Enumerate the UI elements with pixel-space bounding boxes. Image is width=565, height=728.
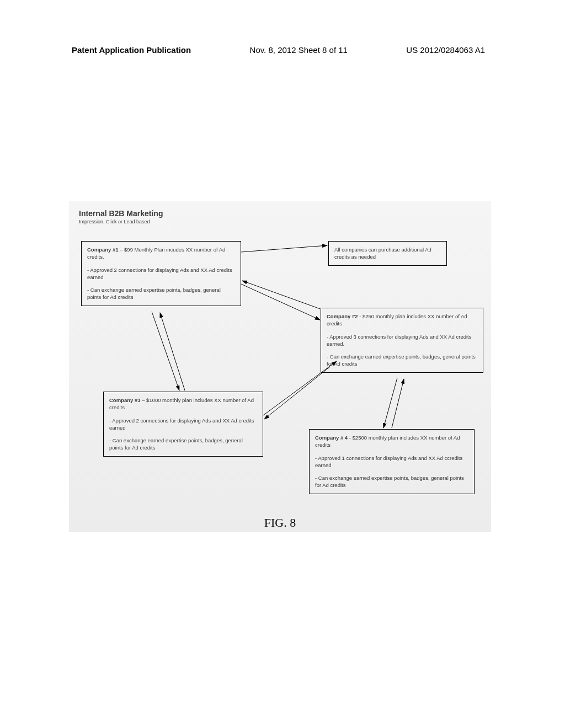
diagram-title: Internal B2B Marketing (79, 209, 163, 218)
company-3-bullet-1: - Approved 2 connections for displaying … (109, 417, 257, 432)
svg-line-1 (241, 245, 327, 252)
svg-line-3 (242, 281, 320, 309)
company-1-bullet-2: - Can exchange earned expertise points, … (87, 286, 235, 301)
svg-line-7 (264, 367, 330, 419)
publication-type: Patent Application Publication (72, 45, 191, 55)
top-note-box: All companies can purchase additional Ad… (328, 241, 447, 266)
company-3-box: Company #3 – $1000 monthly plan includes… (103, 392, 263, 457)
publication-number: US 2012/0284063 A1 (406, 45, 485, 55)
figure-caption: FIG. 8 (69, 516, 491, 530)
date-sheet: Nov. 8, 2012 Sheet 8 of 11 (250, 45, 348, 55)
company-4-label: Company # 4 (315, 435, 348, 441)
page-header: Patent Application Publication Nov. 8, 2… (0, 45, 565, 55)
diagram-subtitle: Impression, Click or Lead based (79, 219, 150, 224)
svg-line-5 (160, 313, 185, 390)
diagram-figure: Internal B2B Marketing Impression, Click… (69, 201, 491, 532)
svg-line-8 (383, 378, 397, 428)
company-1-box: Company #1 – $99 Monthly Plan incudes XX… (81, 241, 241, 306)
company-2-bullet-1: - Approved 3 connections for displaying … (327, 333, 477, 348)
company-1-bullet-1: - Approved 2 connections for displaying … (87, 266, 235, 281)
company-4-bullet-1: - Approved 1 connections for displaying … (315, 454, 468, 469)
company-2-bullet-2: - Can exchange earned expertise points, … (327, 353, 477, 368)
company-2-box: Company #2 - $250 monthly plan includes … (321, 308, 483, 373)
svg-line-2 (241, 284, 320, 320)
company-3-label: Company #3 (109, 397, 141, 403)
company-3-bullet-2: - Can exchange earned expertise points, … (109, 437, 257, 452)
svg-line-4 (152, 312, 179, 390)
top-note-text: All companies can purchase additional Ad… (334, 247, 431, 260)
svg-line-9 (392, 379, 404, 428)
company-4-bullet-2: - Can exchange earned expertise points, … (315, 474, 468, 489)
company-2-label: Company #2 (327, 313, 358, 319)
company-1-label: Company #1 (87, 247, 119, 253)
company-4-box: Company # 4 - $2500 monthly plan include… (309, 429, 475, 494)
